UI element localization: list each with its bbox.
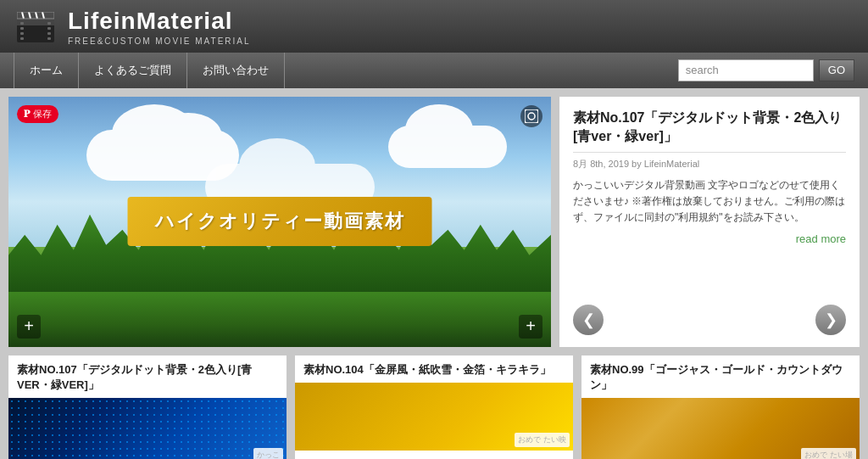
card-3-badge: おめで たい場 (801, 448, 856, 459)
svg-rect-10 (20, 37, 24, 40)
site-title-block: LifeinMaterial FREE&CUSTOM MOVIE MATERIA… (68, 8, 251, 46)
svg-line-5 (42, 12, 44, 19)
nav-item-faq[interactable]: よくあるご質問 (79, 53, 187, 88)
card-1-title: 素材NO.107「デジタルドット背景・2色入り[青VER・緑VER]」 (8, 355, 287, 398)
sidebar-post-title: 素材No.107「デジタルドット背景・2色入り[青ver・緑ver]」 (573, 109, 846, 153)
card-2-badge: おめで たい映 (515, 433, 570, 447)
cloud-2 (388, 126, 507, 168)
svg-rect-16 (525, 109, 538, 123)
search-input[interactable] (678, 59, 814, 81)
featured-title: ハイクオリティー動画素材 (128, 197, 432, 246)
card-1: 素材NO.107「デジタルドット背景・2色入り[青VER・緑VER]」 かっこ (8, 355, 287, 459)
svg-rect-14 (47, 37, 51, 40)
svg-rect-7 (20, 22, 24, 25)
svg-rect-13 (47, 32, 51, 35)
card-2-title: 素材NO.104「金屏風・紙吹雪・金箔・キラキラ」 (295, 355, 573, 383)
pinterest-save-label: 保存 (33, 108, 52, 120)
screenshot-icon[interactable] (520, 105, 542, 127)
site-tagline: FREE&CUSTOM MOVIE MATERIAL (68, 36, 251, 46)
prev-slide-button[interactable]: + (17, 315, 41, 339)
nav-search: GO (678, 59, 854, 81)
svg-point-15 (528, 113, 535, 120)
sidebar-next-button[interactable]: ❯ (815, 305, 846, 335)
main-nav: ホーム よくあるご質問 お問い合わせ GO (0, 53, 868, 88)
pinterest-save-badge[interactable]: 𝐏 保存 (17, 105, 58, 123)
nav-item-home[interactable]: ホーム (14, 53, 79, 88)
card-1-thumbnail: かっこ (8, 398, 287, 459)
ground-layer (8, 292, 551, 347)
card-2-thumbnail: おめで たい映 (295, 383, 573, 451)
next-slide-button[interactable]: + (519, 315, 542, 339)
site-header: LifeinMaterial FREE&CUSTOM MOVIE MATERIA… (0, 0, 868, 53)
card-3-title: 素材NO.99「ゴージャス・ゴールド・カウントダウン」 (581, 355, 860, 398)
card-3: 素材NO.99「ゴージャス・ゴールド・カウントダウン」 おめで たい場 (581, 355, 860, 459)
svg-rect-11 (47, 22, 51, 25)
svg-line-2 (22, 12, 24, 19)
svg-rect-12 (47, 27, 51, 30)
dot-grid-overlay (8, 398, 287, 459)
sidebar-readmore-link[interactable]: read more (573, 232, 846, 245)
nav-item-contact[interactable]: お問い合わせ (187, 53, 285, 88)
sidebar-post-date: 8月 8th, 2019 by LifeinMaterial (573, 158, 846, 171)
featured-block: 𝐏 保存 ハイクオリティー動画素材 + + (8, 97, 551, 347)
site-name: LifeinMaterial (68, 8, 251, 35)
sidebar-prev-button[interactable]: ❮ (573, 305, 604, 335)
svg-line-3 (29, 12, 31, 19)
main-content: 𝐏 保存 ハイクオリティー動画素材 + + 素材No.107「デジタルドット背景… (0, 88, 868, 347)
card-2: 素材NO.104「金屏風・紙吹雪・金箔・キラキラ」 おめで たい映 (295, 355, 573, 459)
card-1-badge: かっこ (253, 448, 283, 459)
nav-links: ホーム よくあるご質問 お問い合わせ (14, 53, 285, 88)
clapboard-icon (17, 12, 54, 42)
pinterest-icon: 𝐏 (24, 108, 30, 120)
card-3-thumbnail: おめで たい場 (581, 398, 860, 459)
sidebar-nav: ❮ ❯ (573, 305, 846, 335)
sidebar-post-body: かっこいいデジタル背景動画 文字やロゴなどのせて使用くださいませ♪ ※著作権は放… (573, 177, 846, 227)
svg-line-4 (36, 12, 37, 19)
search-button[interactable]: GO (819, 59, 854, 81)
sidebar: 素材No.107「デジタルドット背景・2色入り[青ver・緑ver]」 8月 8… (559, 97, 860, 347)
svg-rect-9 (20, 32, 24, 35)
bottom-cards: 素材NO.107「デジタルドット背景・2色入り[青VER・緑VER]」 かっこ … (0, 347, 868, 459)
svg-rect-8 (20, 27, 24, 30)
